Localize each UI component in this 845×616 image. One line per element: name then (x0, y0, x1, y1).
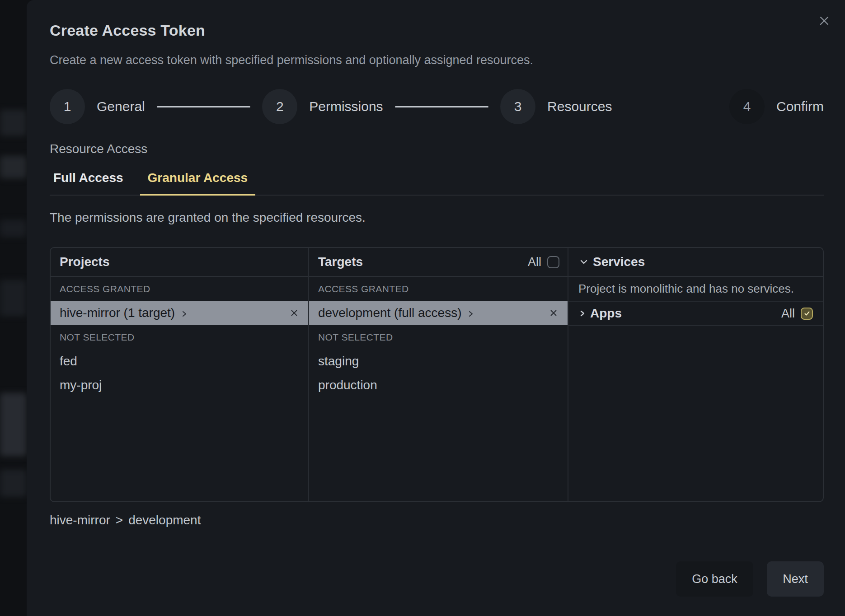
breadcrumb: hive-mirror > development (50, 513, 201, 527)
resource-access-tabs: Full Access Granular Access (50, 169, 824, 196)
create-access-token-dialog: Create Access Token Create a new access … (27, 0, 845, 616)
apps-all-label: All (781, 307, 795, 321)
step-label: Permissions (309, 99, 383, 114)
close-icon (819, 15, 830, 26)
project-item-fed[interactable]: fed (51, 349, 308, 373)
step-number-badge: 1 (50, 89, 85, 124)
chevron-right-icon (181, 310, 188, 318)
step-number-badge: 2 (262, 89, 297, 124)
target-item-staging[interactable]: staging (309, 349, 568, 373)
stepper: 1 General 2 Permissions 3 Resources 4 Co… (50, 89, 824, 125)
chevron-right-icon (468, 310, 474, 318)
apps-all-checkbox[interactable] (801, 308, 813, 320)
targets-access-granted-label: ACCESS GRANTED (309, 277, 568, 301)
services-note: Project is monolithic and has no service… (568, 277, 823, 301)
backdrop-blob (0, 280, 27, 316)
chevron-down-icon (579, 259, 588, 265)
step-connector (157, 106, 250, 107)
selected-target-name: development (full access) (318, 306, 461, 320)
breadcrumb-separator: > (116, 513, 123, 527)
remove-icon[interactable] (549, 309, 558, 317)
projects-header-label: Projects (60, 255, 110, 269)
targets-header-label: Targets (318, 255, 363, 269)
apps-header-label: Apps (590, 306, 622, 321)
apps-row[interactable]: Apps All (568, 301, 823, 326)
projects-access-granted-label: ACCESS GRANTED (51, 277, 308, 301)
go-back-button[interactable]: Go back (676, 561, 753, 597)
selected-project-row[interactable]: hive-mirror (1 target) (51, 301, 308, 325)
backdrop-blob (0, 110, 27, 136)
targets-all-checkbox[interactable] (547, 256, 559, 268)
dialog-title: Create Access Token (50, 22, 205, 39)
next-button[interactable]: Next (767, 561, 824, 597)
granular-access-description: The permissions are granted on the speci… (50, 210, 366, 225)
step-general[interactable]: 1 General (50, 89, 145, 124)
remove-icon[interactable] (290, 309, 298, 317)
breadcrumb-project[interactable]: hive-mirror (50, 513, 110, 527)
step-label: Confirm (776, 99, 824, 114)
dialog-subtitle: Create a new access token with specified… (50, 53, 533, 67)
step-number-badge: 3 (500, 89, 535, 124)
targets-not-selected-label: NOT SELECTED (309, 325, 568, 349)
backdrop-blob (0, 220, 27, 237)
targets-column: Targets All ACCESS GRANTED development (… (308, 248, 568, 501)
step-label: Resources (547, 99, 612, 114)
resource-selection-panel: Projects ACCESS GRANTED hive-mirror (1 t… (50, 247, 824, 502)
services-header-label: Services (593, 255, 645, 269)
close-button[interactable] (815, 12, 833, 30)
selected-project-name: hive-mirror (1 target) (60, 306, 175, 320)
projects-column-header: Projects (51, 248, 308, 277)
selected-target-row[interactable]: development (full access) (309, 301, 568, 325)
services-column: Services Project is monolithic and has n… (568, 248, 823, 501)
targets-all-label: All (528, 255, 541, 269)
target-item-production[interactable]: production (309, 373, 568, 397)
step-permissions[interactable]: 2 Permissions (262, 89, 383, 124)
backdrop-blob (0, 393, 27, 456)
step-label: General (97, 99, 145, 114)
tab-full-access[interactable]: Full Access (50, 169, 131, 196)
checkmark-icon (803, 310, 811, 317)
background-page-strip (0, 0, 27, 616)
step-confirm[interactable]: 4 Confirm (729, 89, 824, 124)
projects-not-selected-label: NOT SELECTED (51, 325, 308, 349)
projects-column: Projects ACCESS GRANTED hive-mirror (1 t… (51, 248, 308, 501)
backdrop-blob (0, 156, 27, 178)
step-number-badge: 4 (729, 89, 765, 124)
chevron-right-icon (579, 309, 586, 318)
breadcrumb-target[interactable]: development (128, 513, 201, 527)
step-connector (395, 106, 488, 107)
resource-access-heading: Resource Access (50, 142, 147, 156)
services-column-header[interactable]: Services (568, 248, 823, 277)
tab-granular-access[interactable]: Granular Access (140, 169, 256, 196)
targets-column-header: Targets All (309, 248, 568, 277)
project-item-my-proj[interactable]: my-proj (51, 373, 308, 397)
step-resources[interactable]: 3 Resources (500, 89, 612, 124)
backdrop-blob (0, 470, 27, 497)
